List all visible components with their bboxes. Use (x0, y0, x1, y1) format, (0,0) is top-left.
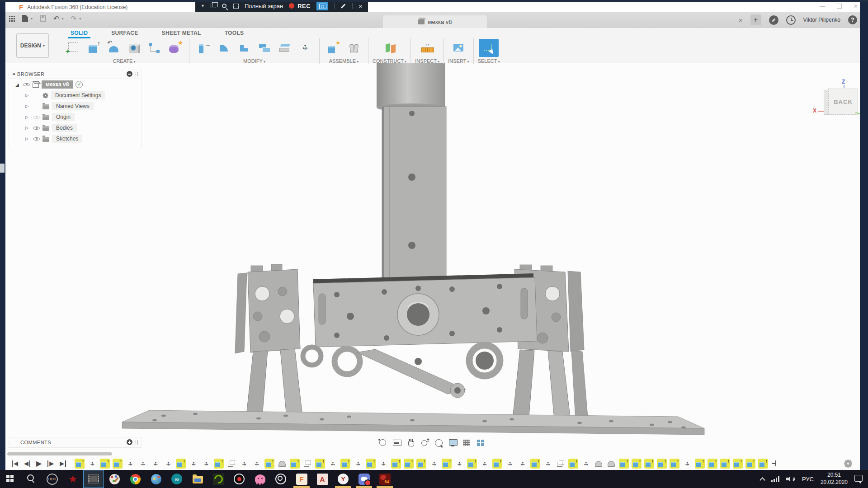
timeline-feature[interactable] (366, 459, 376, 469)
expander-open-icon[interactable]: ◢ (15, 82, 20, 87)
measure-icon[interactable] (417, 39, 437, 57)
timeline-feature[interactable] (606, 459, 616, 469)
hidden-icons-chevron[interactable] (760, 477, 765, 483)
redo-icon[interactable]: ↷ (71, 14, 77, 23)
shell-icon[interactable] (234, 39, 254, 57)
expander-closed-icon[interactable]: ▷ (25, 93, 30, 98)
select-tool-icon[interactable] (479, 39, 499, 57)
document-tab[interactable]: мехка v8 (383, 15, 487, 28)
star-app[interactable]: ★ (62, 470, 83, 488)
timeline-feature[interactable] (113, 459, 123, 469)
record-button[interactable]: REC (289, 3, 311, 9)
capture-magnifier-icon[interactable] (222, 4, 226, 8)
tab-surface[interactable]: SURFACE (109, 29, 140, 37)
split-body-icon[interactable] (275, 39, 295, 57)
p64-app[interactable]: 64 (374, 470, 395, 488)
file-menu-dropdown-icon[interactable]: ▾ (31, 17, 33, 21)
maximize-button[interactable] (837, 4, 842, 9)
timeline-feature[interactable] (733, 459, 743, 469)
timeline-feature[interactable] (328, 459, 338, 469)
tree-item-label[interactable]: Named Views (52, 102, 94, 110)
timeline-feature[interactable] (556, 459, 566, 469)
tree-item-label[interactable]: Document Settings (51, 91, 105, 99)
skip-to-start-button[interactable]: ◀ (12, 460, 18, 467)
skip-to-end-button[interactable]: ▶ (60, 460, 66, 467)
group-assemble-label[interactable]: ASSEMBLE (329, 58, 359, 64)
create-sketch-icon[interactable] (63, 39, 83, 57)
tab-tools[interactable]: TOOLS (223, 29, 246, 37)
extrude-icon[interactable] (84, 39, 104, 57)
joint-icon[interactable] (344, 39, 364, 57)
redo-dropdown-icon[interactable]: ▾ (79, 17, 81, 21)
timeline-feature[interactable] (378, 459, 388, 469)
visibility-eye-icon[interactable] (23, 82, 30, 88)
revolve-icon[interactable] (104, 39, 124, 57)
timeline-feature[interactable] (480, 459, 490, 469)
timeline-feature[interactable] (100, 459, 110, 469)
timeline-feature[interactable] (239, 459, 249, 469)
capture-dropdown-icon[interactable]: ▼ (201, 4, 205, 8)
notification-clock-icon[interactable] (786, 15, 796, 25)
timeline-feature[interactable] (138, 459, 148, 469)
yandex-browser[interactable]: Y (333, 470, 354, 488)
tree-root-item[interactable]: ◢ мехка v8 ✓ (9, 79, 141, 90)
expander-closed-icon[interactable]: ▷ (25, 126, 30, 130)
play-button[interactable]: ▶ (36, 460, 42, 467)
group-inspect-label[interactable]: INSPECT (415, 58, 439, 64)
autocad-app[interactable]: A (312, 470, 333, 488)
clock[interactable]: 20:51 20.02.2020 (821, 472, 848, 486)
timeline-feature[interactable] (252, 459, 262, 469)
look-at-icon[interactable] (391, 437, 403, 448)
timeline-feature[interactable] (277, 459, 287, 469)
panel-minimize-icon[interactable] (127, 71, 132, 77)
timeline-feature[interactable] (505, 459, 515, 469)
timeline-feature[interactable] (745, 459, 755, 469)
timeline-feature[interactable] (492, 459, 502, 469)
timeline-feature[interactable] (543, 459, 553, 469)
move-copy-icon[interactable] (295, 39, 315, 57)
display-settings-icon[interactable] (447, 437, 459, 448)
timeline-feature[interactable] (353, 459, 363, 469)
panel-grip-icon[interactable] (136, 72, 138, 76)
grid-layout-icon[interactable] (461, 437, 473, 448)
timeline-feature[interactable] (720, 459, 730, 469)
tree-item-label[interactable]: Origin (52, 113, 75, 121)
timeline-feature[interactable] (404, 459, 414, 469)
viewports-icon[interactable] (475, 437, 487, 448)
timeline-feature[interactable] (302, 459, 312, 469)
new-component-icon[interactable] (324, 39, 344, 57)
timeline-feature[interactable] (568, 459, 578, 469)
fit-icon[interactable] (433, 437, 445, 448)
tree-item-sketches[interactable]: ▷ Sketches (9, 133, 141, 144)
capture-region-icon[interactable] (233, 4, 239, 9)
group-construct-label[interactable]: CONSTRUCT (373, 58, 406, 64)
timeline-feature[interactable] (467, 459, 477, 469)
undo-icon[interactable]: ↶ (53, 14, 59, 23)
press-pull-icon[interactable] (193, 39, 213, 57)
paint-app[interactable] (104, 470, 125, 488)
tree-item-bodies[interactable]: ▷ Bodies (9, 122, 141, 133)
timeline-feature[interactable] (581, 459, 591, 469)
globe-app[interactable] (146, 470, 166, 488)
tree-item-label[interactable]: Sketches (52, 135, 82, 143)
add-comment-icon[interactable] (127, 439, 132, 445)
volume-icon[interactable] (786, 475, 795, 483)
action-center-icon[interactable] (854, 475, 863, 482)
timeline-feature[interactable] (315, 459, 325, 469)
timeline-settings-gear-icon[interactable] (844, 459, 853, 468)
file-menu-icon[interactable] (22, 15, 28, 22)
group-insert-label[interactable]: INSERT (448, 58, 469, 64)
job-status-icon[interactable] (769, 15, 778, 25)
timeline-feature[interactable] (391, 459, 401, 469)
video-editor-app[interactable] (83, 470, 104, 488)
tree-item-document-settings[interactable]: ▷ Document Settings (9, 90, 141, 101)
timeline-feature[interactable] (340, 459, 350, 469)
discord-app[interactable] (354, 470, 374, 488)
expander-closed-icon[interactable]: ▷ (25, 115, 30, 119)
timeline-feature[interactable] (594, 459, 604, 469)
timeline-feature[interactable] (75, 459, 85, 469)
step-forward-button[interactable]: ▶ (47, 460, 54, 467)
timeline-feature[interactable] (632, 459, 642, 469)
group-select-label[interactable]: SELECT (478, 58, 500, 64)
timeline-feature[interactable] (518, 459, 528, 469)
